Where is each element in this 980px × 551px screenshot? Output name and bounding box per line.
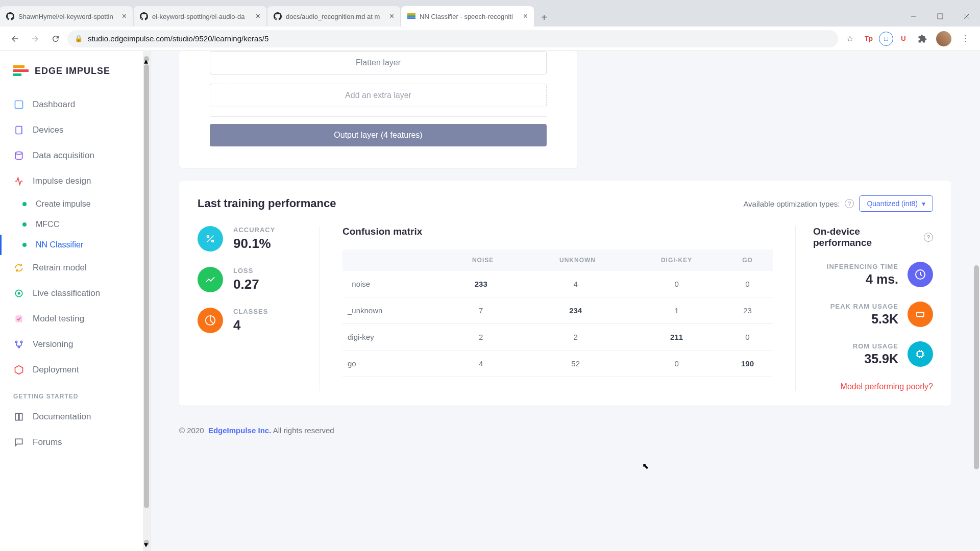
profile-avatar[interactable] <box>936 31 951 46</box>
layer-output[interactable]: Output layer (4 features) <box>210 124 547 146</box>
forward-button[interactable] <box>27 30 44 47</box>
maximize-button[interactable] <box>927 6 953 27</box>
svg-rect-4 <box>938 14 943 19</box>
footer-company-link[interactable]: EdgeImpulse Inc. <box>208 426 271 435</box>
scrollbar[interactable] <box>973 51 980 551</box>
sidebar-item-deployment[interactable]: Deployment <box>0 357 150 383</box>
help-icon[interactable]: ? <box>924 233 933 242</box>
tab-title: ei-keyword-spotting/ei-audio-da <box>152 13 252 20</box>
sidebar-item-docs[interactable]: Documentation <box>0 404 150 430</box>
model-poor-link[interactable]: Model performing poorly? <box>813 382 933 391</box>
sidebar-item-data[interactable]: Data acquisition <box>0 143 150 168</box>
device-label: ROM USAGE <box>853 342 898 350</box>
svg-point-14 <box>18 292 20 295</box>
scrollbar[interactable]: ▴ ▾ <box>143 51 150 551</box>
table-cell: 0 <box>631 350 722 377</box>
sidebar-item-forums[interactable]: Forums <box>0 430 150 455</box>
extension-icon[interactable]: □ <box>879 32 893 46</box>
add-layer-button[interactable]: Add an extra layer <box>210 84 547 107</box>
device-value: 35.9K <box>853 352 898 366</box>
help-icon[interactable]: ? <box>845 199 854 208</box>
sidebar-item-retrain[interactable]: Retrain model <box>0 255 150 281</box>
close-icon[interactable]: × <box>256 12 260 21</box>
svg-point-17 <box>20 341 22 342</box>
row-label: go <box>342 350 442 377</box>
sidebar-item-label: Dashboard <box>33 99 75 110</box>
optimization-dropdown[interactable]: Quantized (int8) ▾ <box>859 195 933 212</box>
extension-icon[interactable]: Tp <box>862 32 876 46</box>
table-cell: 234 <box>520 297 631 324</box>
sidebar-item-dashboard[interactable]: Dashboard <box>0 92 150 117</box>
logo[interactable]: EDGE IMPULSE <box>0 60 150 92</box>
svg-rect-15 <box>15 315 22 322</box>
sidebar-item-label: Deployment <box>33 365 79 375</box>
reload-button[interactable] <box>47 30 64 47</box>
table-cell: 0 <box>722 324 773 350</box>
sidebar-item-label: Forums <box>33 437 62 447</box>
table-header: GO <box>722 249 773 271</box>
extension-icon[interactable]: U <box>896 32 911 46</box>
tab-title: ShawnHymel/ei-keyword-spottin <box>18 13 118 20</box>
scroll-down-icon[interactable]: ▾ <box>144 540 149 546</box>
sidebar-item-label: NN Classifier <box>36 240 83 249</box>
minimize-button[interactable] <box>900 6 927 27</box>
status-dot-icon <box>22 243 27 247</box>
browser-tab-active[interactable]: NN Classifier - speech-recogniti × <box>401 6 534 27</box>
table-header: _NOISE <box>442 249 520 271</box>
back-button[interactable] <box>6 30 23 47</box>
sidebar-item-label: Live classification <box>33 288 100 298</box>
target-icon <box>13 288 24 299</box>
layer-flatten[interactable]: Flatten layer <box>210 51 547 74</box>
browser-tab[interactable]: ShawnHymel/ei-keyword-spottin × <box>0 6 133 27</box>
scroll-thumb[interactable] <box>974 265 979 469</box>
menu-button[interactable]: ⋮ <box>957 30 974 47</box>
github-icon <box>274 12 282 20</box>
sidebar-sub-mfcc[interactable]: MFCC <box>0 214 150 235</box>
url-text: studio.edgeimpulse.com/studio/9520/learn… <box>88 34 268 43</box>
row-label: digi-key <box>342 324 442 350</box>
sidebar-item-versioning[interactable]: Versioning <box>0 332 150 357</box>
sidebar-item-testing[interactable]: Model testing <box>0 306 150 332</box>
confusion-table: _NOISE_UNKNOWNDIGI-KEYGO _noise233400_un… <box>342 249 773 377</box>
close-icon[interactable]: × <box>389 12 394 21</box>
sidebar-item-live[interactable]: Live classification <box>0 281 150 306</box>
table-cell: 0 <box>722 271 773 297</box>
sidebar-item-label: Model testing <box>33 314 84 324</box>
sidebar-sub-create-impulse[interactable]: Create impulse <box>0 194 150 214</box>
close-window-button[interactable] <box>953 6 980 27</box>
database-icon <box>13 150 24 161</box>
close-icon[interactable]: × <box>523 12 528 21</box>
footer-rights: All rights reserved <box>271 426 334 435</box>
table-cell: 233 <box>442 271 520 297</box>
device-performance: On-device performance? INFERENCING TIME4… <box>795 226 933 391</box>
svg-rect-0 <box>407 13 415 15</box>
browser-tab[interactable]: docs/audio_recognition.md at m × <box>267 6 400 27</box>
metric-value: 0.27 <box>233 277 259 292</box>
status-dot-icon <box>22 222 27 227</box>
sidebar-sub-nn-classifier[interactable]: NN Classifier <box>0 235 150 255</box>
svg-rect-2 <box>407 17 415 19</box>
svg-rect-21 <box>918 352 923 357</box>
sidebar-item-devices[interactable]: Devices <box>0 117 150 143</box>
card-title: Last training performance <box>198 197 336 210</box>
svg-rect-8 <box>13 69 29 72</box>
scroll-up-icon[interactable]: ▴ <box>144 56 149 62</box>
opt-label: Available optimization types: <box>743 199 840 208</box>
cursor-icon: ⬉ <box>642 461 649 471</box>
metric-value: 4 <box>233 317 268 333</box>
table-cell: 23 <box>722 297 773 324</box>
layer-label: Flatten layer <box>356 58 401 67</box>
close-icon[interactable]: × <box>122 12 127 21</box>
dashboard-icon <box>13 99 24 110</box>
row-label: _unknown <box>342 297 442 324</box>
tab-title: NN Classifier - speech-recogniti <box>420 13 519 20</box>
device-title: On-device performance <box>813 226 920 248</box>
url-input[interactable]: 🔒 studio.edgeimpulse.com/studio/9520/lea… <box>67 30 838 47</box>
extensions-button[interactable] <box>914 30 931 47</box>
bookmark-button[interactable]: ☆ <box>841 30 859 47</box>
new-tab-button[interactable]: + <box>535 8 553 27</box>
sidebar-item-impulse[interactable]: Impulse design <box>0 168 150 194</box>
device-metric-inferencing: INFERENCING TIME4 ms. <box>813 262 933 287</box>
scroll-thumb[interactable] <box>144 64 149 508</box>
browser-tab[interactable]: ei-keyword-spotting/ei-audio-da × <box>134 6 266 27</box>
